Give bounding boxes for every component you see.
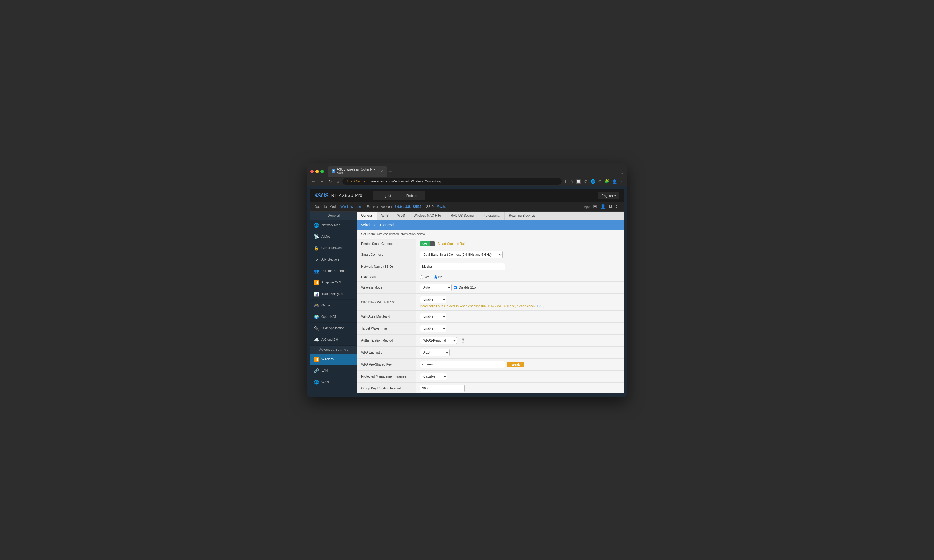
- target-wake-time-select[interactable]: Enable Disable: [420, 325, 447, 332]
- label-wpa-key: WPA Pre-Shared Key: [357, 358, 416, 371]
- operation-mode-link[interactable]: Wireless router: [341, 205, 362, 209]
- new-tab-button[interactable]: +: [387, 168, 394, 175]
- wpa-encryption-select[interactable]: AES TKIP AES+TKIP: [420, 349, 450, 356]
- label-wpa-encryption: WPA Encryption: [357, 346, 416, 358]
- smart-connect-rule-link[interactable]: Smart Connect Rule: [438, 242, 467, 246]
- sidebar: General 🌐 Network Map 📡 AiMesh 🔒 Guest N…: [310, 212, 357, 394]
- home-button[interactable]: ⌂: [335, 179, 340, 184]
- hide-ssid-no[interactable]: No: [434, 275, 442, 279]
- value-wpa-key: Weak: [416, 358, 624, 371]
- url-bar[interactable]: ⚠ Not Secure | router.asus.com/Advanced_…: [342, 178, 562, 185]
- tab-professional[interactable]: Professional: [478, 212, 505, 220]
- sidebar-item-wireless[interactable]: 📶 Wireless: [310, 354, 357, 365]
- hide-ssid-no-label: No: [438, 275, 442, 279]
- value-enable-smart-connect: ON Smart Connect Rule: [416, 239, 624, 249]
- hide-ssid-yes[interactable]: Yes: [420, 275, 430, 279]
- gamepad-icon: 🎮: [592, 204, 598, 209]
- language-dropdown-icon: ▾: [614, 194, 616, 198]
- group-key-rotation-input[interactable]: [420, 385, 465, 392]
- wifi-agile-multiband-select[interactable]: Enable Disable: [420, 313, 447, 320]
- sidebar-item-aiprotection[interactable]: 🛡 AiProtection: [310, 254, 357, 265]
- back-button[interactable]: ←: [310, 179, 317, 184]
- row-wifi-agile-multiband: WiFi Agile Multiband Enable Disable: [357, 311, 624, 323]
- sidebar-item-usb-application[interactable]: 🔌 USB Application: [310, 323, 357, 334]
- value-smart-connect: Dual-Band Smart Connect (2.4 GHz and 5 G…: [416, 249, 624, 261]
- row-protected-management-frames: Protected Management Frames Capable Disa…: [357, 371, 624, 383]
- settings-table: Enable Smart Connect ON Smart: [357, 239, 624, 394]
- smart-connect-toggle-group: ON Smart Connect Rule: [420, 242, 620, 246]
- tab-wds[interactable]: WDS: [393, 212, 409, 220]
- tab-general[interactable]: General: [357, 212, 377, 220]
- logout-button[interactable]: Logout: [373, 191, 399, 200]
- share-icon[interactable]: ⬆: [564, 179, 567, 184]
- toggle-switch[interactable]: ON: [420, 242, 435, 246]
- sidebar-item-aicloud[interactable]: ☁️ AiCloud 2.0: [310, 334, 357, 346]
- tab-dropdown-icon[interactable]: ⌄: [620, 170, 624, 177]
- browser-window: A ASUS Wireless Router RT-AX8... ✕ + ⌄ ←…: [307, 163, 627, 397]
- wifi6-mode-select[interactable]: Enable Disable: [420, 296, 447, 303]
- ssid-input[interactable]: [420, 263, 505, 270]
- sidebar-item-parental-controls[interactable]: 👥 Parental Controls: [310, 265, 357, 277]
- profile-icon[interactable]: 👤: [612, 179, 617, 184]
- protected-management-frames-select[interactable]: Capable Disable Required: [420, 373, 447, 380]
- smart-connect-select[interactable]: Dual-Band Smart Connect (2.4 GHz and 5 G…: [420, 251, 503, 258]
- tab-close-icon[interactable]: ✕: [381, 169, 383, 173]
- tab-wireless-mac-filter[interactable]: Wireless MAC Filter: [409, 212, 447, 220]
- extensions-icon[interactable]: 🧩: [604, 179, 609, 184]
- adaptive-qos-icon: 📶: [313, 280, 319, 285]
- wireless-mode-select[interactable]: Auto N only AC/N mixed: [420, 284, 452, 291]
- sidebar-label-guest-network: Guest Network: [321, 246, 342, 250]
- auth-method-help-icon[interactable]: ?: [461, 338, 465, 343]
- value-target-wake-time: Enable Disable: [416, 323, 624, 335]
- value-protected-management-frames: Capable Disable Required: [416, 371, 624, 383]
- traffic-analyzer-icon: 📊: [313, 291, 319, 297]
- extension-icon-2[interactable]: 🛡: [584, 179, 588, 184]
- reboot-button[interactable]: Reboot: [399, 191, 425, 200]
- hide-ssid-yes-radio[interactable]: [420, 275, 423, 279]
- disable-11b-checkbox-label[interactable]: Disable 11b: [454, 286, 476, 289]
- sidebar-item-lan[interactable]: 🔗 LAN: [310, 365, 357, 377]
- extension-icon-4[interactable]: ⚙: [598, 179, 602, 184]
- tab-roaming-block-list[interactable]: Roaming Block List: [505, 212, 541, 220]
- wifi6-mode-container: Enable Disable If compatibility issue oc…: [420, 296, 620, 308]
- usb-application-icon: 🔌: [313, 325, 319, 331]
- sidebar-item-network-map[interactable]: 🌐 Network Map: [310, 220, 357, 231]
- reload-button[interactable]: ↻: [327, 179, 333, 184]
- toolbar-icons: ⬆ ☆ 🔲 🛡 🌐 ⚙ 🧩 👤 ⋮: [564, 179, 624, 184]
- tab-radius-setting[interactable]: RADIUS Setting: [447, 212, 478, 220]
- minimize-button[interactable]: [315, 170, 319, 173]
- sidebar-item-aimesh[interactable]: 📡 AiMesh: [310, 231, 357, 242]
- toggle-off-label: [430, 242, 435, 246]
- label-network-name: Network Name (SSID): [357, 261, 416, 273]
- monitor-icon: 🖥: [608, 204, 613, 209]
- sidebar-label-network-map: Network Map: [321, 223, 341, 227]
- forward-button[interactable]: →: [319, 179, 325, 184]
- extension-icon-1[interactable]: 🔲: [576, 179, 581, 184]
- wifi6-faq-link[interactable]: FAQ: [537, 304, 544, 308]
- close-button[interactable]: [310, 170, 314, 173]
- sidebar-item-game[interactable]: 🎮 Game: [310, 300, 357, 311]
- disable-11b-checkbox[interactable]: [454, 286, 457, 289]
- fullscreen-button[interactable]: [321, 170, 324, 173]
- sidebar-item-guest-network[interactable]: 🔒 Guest Network: [310, 242, 357, 254]
- tab-favicon: A: [332, 169, 335, 173]
- open-nat-icon: 🌍: [313, 314, 319, 320]
- tab-wps[interactable]: WPS: [377, 212, 393, 220]
- value-wireless-mode: Auto N only AC/N mixed Disable 11b: [416, 282, 624, 294]
- hide-ssid-no-radio[interactable]: [434, 275, 438, 279]
- sidebar-label-aimesh: AiMesh: [321, 235, 332, 238]
- sidebar-item-traffic-analyzer[interactable]: 📊 Traffic Analyzer: [310, 288, 357, 300]
- sidebar-item-open-nat[interactable]: 🌍 Open NAT: [310, 311, 357, 323]
- router-inner: /ISUS RT-AX86U Pro Logout Reboot English…: [310, 189, 624, 394]
- row-wireless-mode: Wireless Mode Auto N only AC/N mixed: [357, 282, 624, 294]
- wpa-key-input[interactable]: [420, 361, 505, 368]
- row-smart-connect: Smart Connect Dual-Band Smart Connect (2…: [357, 249, 624, 261]
- bookmark-icon[interactable]: ☆: [570, 179, 573, 184]
- authentication-method-select[interactable]: WPA2-Personal WPA-Personal WPA3-Personal…: [420, 337, 457, 344]
- active-tab[interactable]: A ASUS Wireless Router RT-AX8... ✕: [328, 166, 387, 177]
- extension-icon-3[interactable]: 🌐: [590, 179, 595, 184]
- menu-icon[interactable]: ⋮: [620, 179, 624, 184]
- language-selector[interactable]: English ▾: [598, 192, 620, 199]
- sidebar-item-wan[interactable]: 🌐 WAN: [310, 377, 357, 388]
- sidebar-item-adaptive-qos[interactable]: 📶 Adaptive QoS: [310, 277, 357, 288]
